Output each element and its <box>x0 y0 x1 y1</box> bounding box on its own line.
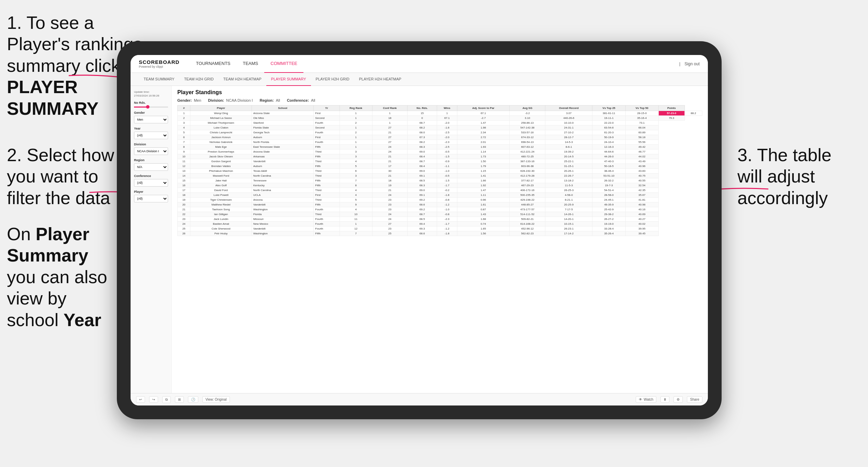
table-row: 24Bastien AmatNew MexicoFourth12769.4-1.… <box>178 222 702 226</box>
col-avg-sg: Avg SG <box>510 105 545 111</box>
table-row: 15Jake HallTennesseeFifth71868.5-1.51.66… <box>178 178 702 183</box>
tablet-screen: SCOREBOARD Powered by clippi TOURNAMENTS… <box>131 55 708 405</box>
logo-sub: Powered by clippi <box>139 65 179 68</box>
no-rds-slider[interactable] <box>134 107 168 108</box>
table-row: 23Jack LundinMissouriFourth112468.5-2.31… <box>178 217 702 222</box>
region-filter-val: All <box>276 98 280 102</box>
sidebar-filters: Update time: 27/03/2024 16:56:26 No Rds.… <box>131 86 172 393</box>
main-content: Update time: 27/03/2024 16:56:26 No Rds.… <box>131 86 708 393</box>
table-row: 21Taehoon SongWashingtonFourth42369.2-1.… <box>178 207 702 212</box>
sub-navigation: TEAM SUMMARY TEAM H2H GRID TEAM H2H HEAT… <box>131 73 708 86</box>
bottom-line1: On <box>7 224 36 244</box>
region-filter-label: Region: <box>260 98 274 102</box>
table-body: 1Wenyi DingArizona StateFirst1115167.1-3… <box>178 111 702 236</box>
standings-table: # Player School Yr Reg Rank Conf Rank No… <box>177 105 702 236</box>
player-select[interactable]: (All) <box>134 195 168 202</box>
table-title: Player Standings <box>177 89 702 96</box>
table-row: 8Mats EgeEast Tennessee StateFifth12468.… <box>178 145 702 149</box>
table-row: 2Michael La SassoOle MissSecond118067.1-… <box>178 116 702 121</box>
col-school: School <box>252 105 314 111</box>
settings-button[interactable]: ⚙ <box>674 396 683 403</box>
undo-button[interactable]: ↩ <box>136 396 145 403</box>
paste-button[interactable]: ⊞ <box>175 396 184 403</box>
clock-button[interactable]: 🕐 <box>188 396 198 403</box>
header-right: | Sign out <box>679 62 700 66</box>
conference-label: Conference <box>134 174 168 178</box>
col-wins: Wins <box>437 105 457 111</box>
share-label: Share <box>690 398 699 401</box>
filter-region: Region: All <box>260 98 280 102</box>
sub-nav-player-h2h-heatmap[interactable]: PLAYER H2H HEATMAP <box>354 73 406 86</box>
app-logo: SCOREBOARD Powered by clippi <box>139 59 179 68</box>
tablet-device: SCOREBOARD Powered by clippi TOURNAMENTS… <box>117 41 722 419</box>
gender-filter-val: Men <box>194 98 201 102</box>
table-row: 26Petr HrubyWashingtonFifth72568.6-1.81.… <box>178 231 702 236</box>
col-player: Player <box>190 105 252 111</box>
table-row: 7Nicholas GabrelcikNorth FloridaFourth12… <box>178 140 702 145</box>
logo-text: SCOREBOARD <box>139 59 179 65</box>
table-row: 1Wenyi DingArizona StateFirst1115167.1-3… <box>178 111 702 116</box>
export-button[interactable]: ⬇ <box>660 396 669 403</box>
col-reg-rank: Reg Rank <box>340 105 372 111</box>
division-select[interactable]: NCAA Division I NCAA Division II NCAA Di… <box>134 147 168 155</box>
step2-line2: filter the data <box>7 188 110 208</box>
copy-button[interactable]: ⧉ <box>162 396 171 403</box>
col-vs-top50: Vs Top 50 <box>625 105 658 111</box>
table-row: 5Christo LamprechtGeorgia TechFourth2216… <box>178 130 702 135</box>
main-nav: TOURNAMENTS TEAMS COMMITTEE <box>190 55 679 73</box>
nav-committee[interactable]: COMMITTEE <box>264 55 303 73</box>
sub-nav-player-summary[interactable]: PLAYER SUMMARY <box>266 73 311 86</box>
region-select[interactable]: N/A All <box>134 163 168 171</box>
sub-nav-team-h2h-grid[interactable]: TEAM H2H GRID <box>179 73 219 86</box>
col-no-rds: No. Rds. <box>407 105 437 111</box>
conference-select[interactable]: (All) <box>134 179 168 187</box>
filter-division: Division: NCAA Division I <box>208 98 253 102</box>
table-row: 22Ian GilliganFloridaThird102468.7-0.81.… <box>178 212 702 217</box>
table-row: 19Tiger ChristensenArizonaThird52369.2-0… <box>178 198 702 202</box>
nav-tournaments[interactable]: TOURNAMENTS <box>190 55 236 73</box>
share-button[interactable]: Share <box>687 396 702 403</box>
division-filter-label: Division: <box>208 98 224 102</box>
col-conf-rank: Conf Rank <box>372 105 408 111</box>
table-filters: Gender: Men Division: NCAA Division I Re… <box>177 98 702 102</box>
instruction-step2: 2. Select how you want to filter the dat… <box>7 144 117 209</box>
watch-button[interactable]: 👁 Watch <box>636 396 656 403</box>
sub-nav-team-summary[interactable]: TEAM SUMMARY <box>139 73 179 86</box>
col-yr: Yr <box>314 105 340 111</box>
update-label: Update time: <box>134 90 149 93</box>
table-area: Player Standings Gender: Men Division: N… <box>172 86 708 393</box>
table-header-row: # Player School Yr Reg Rank Conf Rank No… <box>178 105 702 111</box>
table-row: 14Maxwell FordNorth CarolinaThird32169.1… <box>178 174 702 178</box>
table-row: 17David FordNorth CarolinaThird42169.0-0… <box>178 188 702 193</box>
update-time: Update time: 27/03/2024 16:56:26 <box>134 90 168 98</box>
division-filter-val: NCAA Division I <box>226 98 253 102</box>
region-label: Region <box>134 158 168 162</box>
bottom-bold2: Year <box>64 310 101 330</box>
step2-line1: 2. Select how you want to <box>7 145 114 186</box>
filter-gender: Gender: Men <box>177 98 201 102</box>
redo-button[interactable]: ↪ <box>149 396 158 403</box>
view-original-button[interactable]: View: Original <box>202 396 230 403</box>
table-row: 25Cole SherwoodVanderbiltFourth122369.3-… <box>178 226 702 231</box>
sub-nav-team-h2h-heatmap[interactable]: TEAM H2H HEATMAP <box>219 73 266 86</box>
view-original-label: View: Original <box>205 398 227 401</box>
sub-nav-player-h2h-grid[interactable]: PLAYER H2H GRID <box>311 73 354 86</box>
gender-filter-label: Gender: <box>177 98 192 102</box>
pipe-separator: | <box>679 62 680 66</box>
bottom-toolbar: ↩ ↪ ⧉ ⊞ 🕐 View: Original 👁 Watch ⬇ ⚙ Sha… <box>131 393 708 405</box>
table-row: 12Brendan ValdesAuburnFifth51768.4-1.11.… <box>178 164 702 169</box>
table-row: 6Jackson KoivunAuburnFirst12767.3-2.02.7… <box>178 135 702 140</box>
table-row: 18Luke PowellUCLAFirst42469.1-1.81.11500… <box>178 193 702 198</box>
table-row: 13Phichakun MaichonTexas A&MThird63069.0… <box>178 169 702 174</box>
year-label: Year <box>134 127 168 130</box>
table-row: 3Michael ThorbjornsenStanfordFourth2168.… <box>178 121 702 125</box>
year-select[interactable]: (All) First Second Third Fourth Fifth <box>134 132 168 139</box>
step1-bold: PLAYER SUMMARY <box>7 77 99 118</box>
table-row: 11Gordon SargentVanderbiltThird42168.7-0… <box>178 159 702 164</box>
sign-out-link[interactable]: Sign out <box>685 62 700 66</box>
watch-label: Watch <box>644 398 653 401</box>
col-rank: # <box>178 105 190 111</box>
nav-teams[interactable]: TEAMS <box>237 55 265 73</box>
conference-filter-val: All <box>311 98 315 102</box>
gender-select[interactable]: Men Women <box>134 116 168 123</box>
